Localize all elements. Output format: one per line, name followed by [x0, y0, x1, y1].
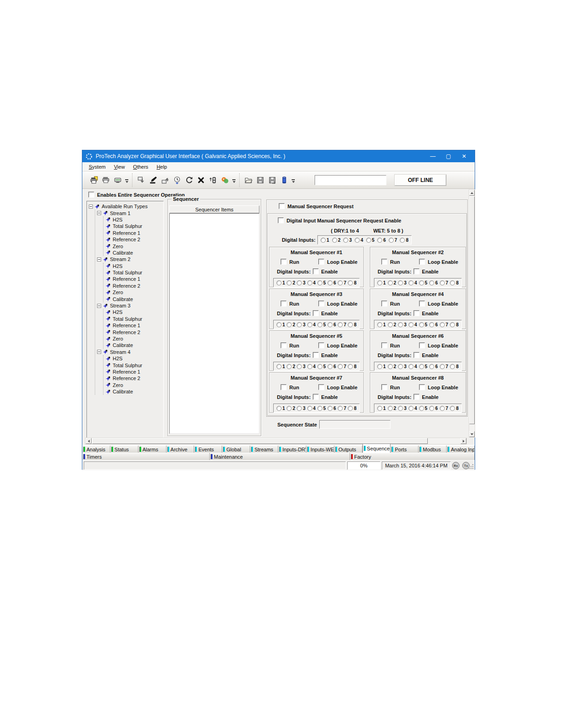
di-enable-checkbox-6[interactable] [414, 352, 419, 358]
panel-7-radio-5[interactable] [317, 406, 322, 411]
panel-6-radio-2[interactable] [388, 364, 393, 369]
panel-4-radio-2[interactable] [388, 322, 393, 327]
panel-1-radio-6[interactable] [327, 280, 333, 285]
tree-label-h2s[interactable]: H2S [111, 309, 122, 315]
digital-inputs-radio-3[interactable] [343, 238, 348, 243]
tree-label-calibrate[interactable]: Calibrate [111, 389, 133, 394]
panel-4-radio-4[interactable] [408, 322, 414, 327]
scroll-left-button[interactable] [86, 438, 92, 444]
tree-label-h2s[interactable]: H2S [111, 356, 122, 361]
minimize-button[interactable]: — [425, 151, 441, 162]
panel-5-radio-5[interactable] [317, 364, 322, 369]
digital-inputs-radio-6[interactable] [377, 238, 382, 243]
panel-6-radio-6[interactable] [429, 364, 434, 369]
panel-6-radio-3[interactable] [398, 364, 403, 369]
panel-2-radio-3[interactable] [398, 280, 403, 285]
panel-3-radio-7[interactable] [338, 322, 343, 327]
tab-analysis[interactable]: Analysis [82, 445, 110, 453]
panel-1-radio-3[interactable] [297, 280, 302, 285]
tree-label-calibrate[interactable]: Calibrate [111, 296, 133, 302]
tree-label-zero[interactable]: Zero [111, 244, 123, 249]
tree-label-reference-1[interactable]: Reference 1 [111, 323, 140, 328]
tree-label-total-sulphur[interactable]: Total Sulphur [111, 316, 142, 322]
panel-2-radio-2[interactable] [388, 280, 393, 285]
sequencer-state-field[interactable] [319, 420, 391, 429]
run-checkbox-4[interactable] [381, 301, 387, 307]
expander-stream-4[interactable] [97, 350, 101, 354]
panel-5-radio-2[interactable] [287, 364, 292, 369]
loop-enable-checkbox-7[interactable] [318, 384, 324, 390]
panel-3-radio-3[interactable] [297, 322, 302, 327]
print-preview-button[interactable] [88, 174, 100, 186]
run-checkbox-6[interactable] [381, 342, 387, 348]
di-enable-checkbox-2[interactable] [414, 268, 419, 274]
manual-sequencer-request-checkbox[interactable] [279, 203, 285, 209]
panel-7-radio-7[interactable] [338, 406, 343, 411]
panel-4-radio-6[interactable] [429, 322, 434, 327]
panel-8-radio-2[interactable] [388, 406, 393, 411]
tab-archive[interactable]: Archive [167, 445, 195, 453]
di-enable-checkbox-8[interactable] [414, 394, 419, 400]
panel-8-radio-4[interactable] [408, 406, 414, 411]
panel-7-radio-2[interactable] [287, 406, 292, 411]
tab-maintenance[interactable]: Maintenance [210, 453, 350, 460]
panel-6-radio-5[interactable] [419, 364, 424, 369]
tab-alarms[interactable]: Alarms [138, 445, 167, 453]
panel-8-radio-5[interactable] [419, 406, 424, 411]
tab-factory[interactable]: Factory [350, 453, 475, 460]
panel-4-radio-8[interactable] [450, 322, 455, 327]
panel-7-radio-4[interactable] [307, 406, 312, 411]
schedule-button[interactable] [171, 174, 183, 186]
panel-3-radio-1[interactable] [276, 322, 282, 327]
run-checkbox-2[interactable] [381, 259, 387, 265]
toolbar-textbox[interactable] [315, 175, 386, 185]
panel-3-radio-6[interactable] [327, 322, 333, 327]
download-button[interactable] [135, 174, 147, 186]
toolbar-overflow-button[interactable] [124, 174, 129, 186]
open-button[interactable] [242, 174, 254, 186]
save-button[interactable] [254, 174, 266, 186]
panel-7-radio-1[interactable] [276, 406, 282, 411]
loop-enable-checkbox-2[interactable] [419, 259, 425, 265]
di-enable-checkbox-5[interactable] [313, 352, 319, 358]
panel-2-radio-7[interactable] [440, 280, 445, 285]
panel-8-radio-1[interactable] [377, 406, 382, 411]
tree-label-reference-2[interactable]: Reference 2 [111, 237, 140, 242]
panel-7-radio-8[interactable] [348, 406, 353, 411]
tab-inputs-dry[interactable]: Inputs-DRY [278, 445, 306, 453]
tab-inputs-wet[interactable]: Inputs-WET [306, 445, 334, 453]
panel-1-radio-1[interactable] [276, 280, 282, 285]
digital-inputs-radio-8[interactable] [400, 238, 405, 243]
panel-5-radio-6[interactable] [327, 364, 333, 369]
sequencer-items-header[interactable]: Sequencer Items [169, 205, 259, 213]
scroll-right-button[interactable] [460, 438, 466, 444]
tree-label-reference-1[interactable]: Reference 1 [111, 276, 140, 282]
tree-label-stream-3[interactable]: Stream 3 [109, 303, 131, 308]
panel-5-radio-1[interactable] [276, 364, 282, 369]
tab-analog-input[interactable]: Analog Input [447, 445, 475, 453]
vertical-scrollbar[interactable] [469, 189, 475, 438]
di-enable-checkbox-7[interactable] [313, 394, 319, 400]
reset-button[interactable] [219, 174, 231, 186]
resize-grip[interactable] [469, 464, 473, 469]
print-button[interactable] [100, 174, 112, 186]
panel-7-radio-6[interactable] [327, 406, 333, 411]
tab-global[interactable]: Global [222, 445, 250, 453]
panel-4-radio-5[interactable] [419, 322, 424, 327]
tab-timers[interactable]: Timers [82, 453, 210, 460]
tree-label-h2s[interactable]: H2S [111, 217, 122, 222]
tree-label-total-sulphur[interactable]: Total Sulphur [111, 223, 142, 229]
panel-2-radio-5[interactable] [419, 280, 424, 285]
di-enable-checkbox-3[interactable] [313, 310, 319, 316]
tree-label-reference-2[interactable]: Reference 2 [111, 283, 140, 289]
tree-label-h2s[interactable]: H2S [111, 263, 122, 269]
tree-label-reference-2[interactable]: Reference 2 [111, 375, 140, 381]
tree-label-stream-2[interactable]: Stream 2 [109, 256, 131, 262]
tab-sequencer[interactable]: Sequencer [362, 444, 391, 453]
panel-4-radio-3[interactable] [398, 322, 403, 327]
panel-8-radio-3[interactable] [398, 406, 403, 411]
refresh-button[interactable] [183, 174, 195, 186]
loop-enable-checkbox-3[interactable] [318, 301, 324, 307]
tab-outputs[interactable]: Outputs [334, 445, 362, 453]
tree-label-reference-1[interactable]: Reference 1 [111, 230, 140, 236]
